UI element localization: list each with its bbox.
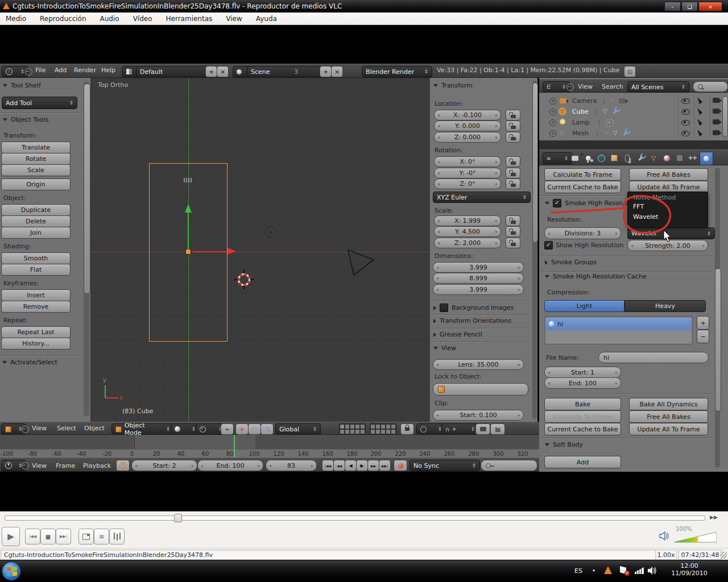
tool-shelf-panel-header[interactable]: Tool Shelf: [3, 82, 41, 89]
start-button[interactable]: [2, 562, 21, 581]
expand-icon[interactable]: +: [549, 130, 556, 137]
tray-show-hidden-icon[interactable]: ▴: [593, 567, 595, 572]
tray-signal-icon[interactable]: [635, 567, 644, 574]
add-cache-button[interactable]: +: [697, 316, 709, 330]
renderability-icon[interactable]: [713, 130, 719, 135]
calculate-to-frame-button[interactable]: Calculate To Frame: [544, 168, 621, 181]
sidebar-scrollbar-handle[interactable]: [532, 82, 538, 243]
lock-scale-x[interactable]: [506, 215, 520, 226]
play-button[interactable]: ▶: [2, 527, 20, 546]
tray-vlc-icon[interactable]: [604, 566, 612, 574]
menu-reproduccion[interactable]: Reproducción: [40, 15, 86, 23]
compression-heavy-button[interactable]: Heavy: [624, 300, 706, 312]
play-button[interactable]: ▶: [356, 460, 368, 471]
scene-field[interactable]: Scene3: [247, 66, 326, 77]
previous-button[interactable]: |◀◀: [25, 529, 40, 544]
render-opengl-button[interactable]: [475, 423, 490, 435]
current-frame-line[interactable]: [234, 435, 235, 458]
collapse-menus-icon[interactable]: [22, 462, 29, 469]
outliner-scrollbar-handle[interactable]: [722, 96, 728, 137]
menu-view[interactable]: View: [32, 425, 47, 432]
lock-rotation-x[interactable]: [506, 156, 520, 167]
dimension-z-field[interactable]: 3.999: [433, 284, 524, 295]
seek-forward-glyph[interactable]: ▶▶: [710, 514, 718, 520]
render-opengl-anim-button[interactable]: 🎬: [490, 423, 505, 435]
layer-cell[interactable]: [370, 429, 375, 434]
menu-search[interactable]: Search: [602, 83, 623, 90]
dimension-y-field[interactable]: 8.999: [433, 273, 524, 284]
delete-button[interactable]: Delete: [1, 215, 71, 227]
tab-modifiers-icon[interactable]: [634, 152, 647, 164]
camera-object[interactable]: [344, 246, 378, 280]
editor-type-info[interactable]: i: [2, 66, 28, 77]
manipulator-x-arrow[interactable]: [193, 251, 228, 252]
smooth-button[interactable]: Smooth: [1, 252, 71, 264]
layer-cell[interactable]: [380, 424, 386, 429]
show-high-res-checkbox[interactable]: ✓: [544, 241, 553, 250]
rotation-mode-select[interactable]: XYZ Euler: [433, 192, 531, 203]
tab-object-icon[interactable]: [608, 152, 621, 164]
remove-cache-button[interactable]: −: [697, 330, 709, 343]
rotation-x-field[interactable]: X: 0°: [434, 156, 501, 167]
menu-ayuda[interactable]: Ayuda: [256, 15, 277, 23]
layer-cell[interactable]: [386, 424, 391, 429]
collapse-menus-icon[interactable]: [566, 84, 574, 91]
transform-orientation-select[interactable]: Global: [275, 423, 321, 435]
background-images-checkbox[interactable]: [440, 304, 448, 312]
layer-cell[interactable]: [350, 429, 355, 434]
location-y-field[interactable]: Y: 0.000: [434, 120, 501, 131]
auto-keyframe-clock-toggle[interactable]: [116, 460, 130, 471]
transform-orientations-panel-header[interactable]: Transform Orientations: [433, 317, 511, 325]
delete-scene-button[interactable]: ×: [331, 66, 343, 77]
lamp-data-icon[interactable]: [606, 119, 614, 127]
free-all-bakes-button[interactable]: Free All Bakes: [629, 410, 708, 423]
playlist-button[interactable]: ≡: [94, 529, 109, 544]
layer-cell[interactable]: [360, 424, 365, 429]
dropdown-option-wavelet[interactable]: Wavelet: [628, 211, 708, 222]
layer-cell[interactable]: [370, 424, 375, 429]
current-frame-field[interactable]: 83: [266, 460, 317, 471]
animation-icon[interactable]: ∿: [604, 130, 609, 136]
menu-view[interactable]: View: [578, 83, 593, 90]
menu-view[interactable]: View: [32, 462, 47, 469]
sync-mode-select[interactable]: No Sync: [410, 460, 480, 471]
next-keyframe-button[interactable]: ▶▶: [367, 460, 379, 471]
bake-all-dynamics-button[interactable]: Bake All Dynamics: [629, 398, 708, 410]
viewport-3d[interactable]: Top Ortho y x: [91, 78, 429, 422]
lens-field[interactable]: Lens: 35.000: [433, 359, 524, 370]
divisions-field[interactable]: Divisions: 3: [544, 227, 621, 239]
collapse-menus-icon[interactable]: [25, 68, 32, 76]
lock-location-y[interactable]: [506, 120, 520, 131]
tray-volume-icon[interactable]: [647, 566, 657, 575]
modifier-wrench-icon[interactable]: [623, 131, 627, 136]
render-engine-select[interactable]: Blender Render: [362, 66, 432, 77]
manipulator-center[interactable]: [185, 249, 191, 255]
add-scene-button[interactable]: +: [320, 66, 332, 77]
pivot-align-toggle[interactable]: ⇔: [221, 423, 234, 435]
join-button[interactable]: Join: [1, 227, 71, 239]
history-button[interactable]: History...: [1, 338, 71, 350]
scale-x-field[interactable]: X: 1.999: [434, 215, 501, 226]
mesh-data-icon[interactable]: ▽: [603, 108, 607, 114]
layer-cell[interactable]: [380, 429, 386, 434]
lock-location-x[interactable]: [506, 110, 520, 120]
collapse-menus-icon[interactable]: [22, 426, 29, 433]
layer-cell[interactable]: [391, 429, 396, 434]
camera-data-icon[interactable]: [619, 98, 626, 103]
cache-list-item-selected[interactable]: hi: [546, 318, 691, 330]
tab-scene-icon[interactable]: [582, 152, 594, 164]
duplicate-button[interactable]: Duplicate: [1, 204, 71, 216]
frame-end-field[interactable]: End: 100: [197, 460, 263, 471]
location-x-field[interactable]: X: -0.100: [434, 110, 501, 120]
cache-end-field[interactable]: End: 100: [544, 377, 621, 389]
layer-cell-active[interactable]: [340, 424, 345, 429]
layers-grid-2[interactable]: [370, 423, 396, 435]
add-tool-select[interactable]: Add Tool: [2, 97, 77, 109]
menu-add[interactable]: Add: [55, 66, 67, 74]
lock-scale-z[interactable]: [506, 238, 520, 248]
dropdown-option-fft[interactable]: FFT: [628, 202, 708, 211]
menu-video[interactable]: Vídeo: [133, 15, 152, 23]
expand-icon[interactable]: +: [549, 98, 556, 105]
keying-set-field[interactable]: [481, 460, 537, 471]
status-time-cell[interactable]: 07:42/31:48: [678, 550, 722, 560]
